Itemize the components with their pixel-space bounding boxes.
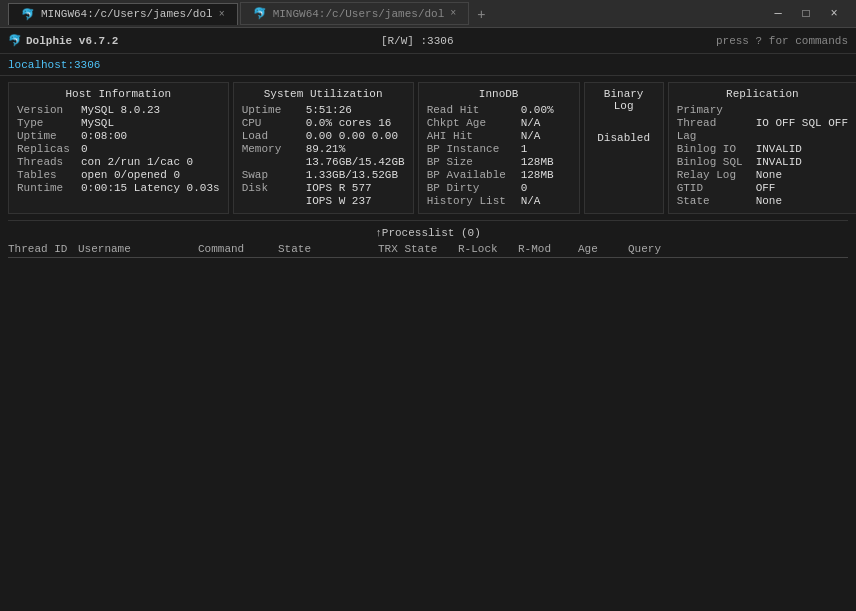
system-util-val: 0.0% cores 16	[306, 117, 392, 129]
innodb-key: BP Dirty	[427, 182, 517, 194]
system-util-key	[242, 156, 302, 168]
system-util-key	[242, 195, 302, 207]
replication-val: None	[756, 195, 782, 207]
host-info-row: Runtime0:00:15 Latency 0.03s	[17, 182, 220, 194]
connection-display: [R/W] :3306	[122, 35, 712, 47]
system-util-key: Load	[242, 130, 302, 142]
tab-2[interactable]: 🐬 MINGW64:/c/Users/james/dol ×	[240, 2, 470, 25]
innodb-val: 0.00%	[521, 104, 571, 116]
tab-1[interactable]: 🐬 MINGW64:/c/Users/james/dol ×	[8, 3, 238, 25]
host-info-key: Runtime	[17, 182, 77, 194]
host-info-row: VersionMySQL 8.0.23	[17, 104, 220, 116]
tab2-icon: 🐬	[253, 7, 267, 20]
replication-key: State	[677, 195, 752, 207]
system-util-val: IOPS W 237	[306, 195, 372, 207]
innodb-val: 128MB	[521, 156, 571, 168]
app-title: Dolphie v6.7.2	[26, 35, 118, 47]
host-info-row: Threadscon 2/run 1/cac 0	[17, 156, 220, 168]
host-info-panel: Host Information VersionMySQL 8.0.23Type…	[8, 82, 229, 214]
tab1-icon: 🐬	[21, 8, 35, 21]
innodb-row: BP Available128MB	[427, 169, 571, 181]
innodb-key: History List	[427, 195, 517, 207]
replication-row: Primary	[677, 104, 848, 116]
system-util-row: CPU0.0% cores 16	[242, 117, 405, 129]
host-info-val: 0:00:15 Latency 0.03s	[81, 182, 220, 194]
menubar: 🐬 Dolphie v6.7.2 [R/W] :3306 press ? for…	[0, 28, 856, 54]
innodb-row: BP Instance1	[427, 143, 571, 155]
minimize-button[interactable]: ─	[764, 0, 792, 28]
system-util-rows: Uptime5:51:26CPU0.0% cores 16Load0.00 0.…	[242, 104, 405, 207]
close-button[interactable]: ×	[820, 0, 848, 28]
binary-log-title: Binary Log	[593, 88, 655, 112]
system-util-key: CPU	[242, 117, 302, 129]
system-util-val: 89.21%	[306, 143, 346, 155]
system-util-val: IOPS R 577	[306, 182, 372, 194]
innodb-row: History ListN/A	[427, 195, 571, 207]
connection-link[interactable]: localhost:3306	[8, 59, 100, 71]
system-util-title: System Utilization	[242, 88, 405, 100]
tab1-close[interactable]: ×	[219, 9, 225, 20]
host-info-val: 0:08:00	[81, 130, 127, 142]
innodb-row: AHI HitN/A	[427, 130, 571, 142]
maximize-button[interactable]: □	[792, 0, 820, 28]
host-info-val: MySQL	[81, 117, 114, 129]
replication-key: Binlog IO	[677, 143, 752, 155]
replication-val: IO OFF SQL OFF	[756, 117, 848, 129]
processlist-header: Thread ID Username Command State TRX Sta…	[8, 243, 848, 258]
host-info-row: Uptime0:08:00	[17, 130, 220, 142]
innodb-val: 0	[521, 182, 571, 194]
host-info-val: MySQL 8.0.23	[81, 104, 160, 116]
host-info-val: open 0/opened 0	[81, 169, 180, 181]
system-util-key: Uptime	[242, 104, 302, 116]
host-info-key: Tables	[17, 169, 77, 181]
col-rmod: R-Mod	[518, 243, 578, 255]
tab2-close[interactable]: ×	[450, 8, 456, 19]
new-tab-button[interactable]: +	[471, 6, 491, 22]
replication-row: Binlog SQLINVALID	[677, 156, 848, 168]
innodb-title: InnoDB	[427, 88, 571, 100]
host-info-key: Replicas	[17, 143, 77, 155]
host-info-val: 0	[81, 143, 88, 155]
host-info-key: Version	[17, 104, 77, 116]
replication-val: INVALID	[756, 156, 802, 168]
system-util-row: Uptime5:51:26	[242, 104, 405, 116]
innodb-key: BP Instance	[427, 143, 517, 155]
system-util-key: Swap	[242, 169, 302, 181]
main-divider	[8, 220, 848, 221]
host-info-key: Threads	[17, 156, 77, 168]
innodb-row: BP Dirty0	[427, 182, 571, 194]
system-util-row: IOPS W 237	[242, 195, 405, 207]
host-info-row: Tablesopen 0/opened 0	[17, 169, 220, 181]
replication-key: Primary	[677, 104, 752, 116]
replication-row: ThreadIO OFF SQL OFF	[677, 117, 848, 129]
replication-val: INVALID	[756, 143, 802, 155]
col-rlock: R-Lock	[458, 243, 518, 255]
innodb-val: N/A	[521, 130, 571, 142]
host-info-row: Replicas0	[17, 143, 220, 155]
titlebar: 🐬 MINGW64:/c/Users/james/dol × 🐬 MINGW64…	[0, 0, 856, 28]
host-info-title: Host Information	[17, 88, 220, 100]
binary-log-val: Disabled	[597, 132, 650, 144]
col-query: Query	[628, 243, 848, 255]
replication-key: Lag	[677, 130, 752, 142]
system-util-val: 1.33GB/13.52GB	[306, 169, 398, 181]
replication-key: Binlog SQL	[677, 156, 752, 168]
replication-row: StateNone	[677, 195, 848, 207]
info-panels: Host Information VersionMySQL 8.0.23Type…	[8, 82, 848, 214]
app-icon: 🐬	[8, 34, 22, 47]
innodb-rows: Read Hit0.00%Chkpt AgeN/AAHI HitN/ABP In…	[427, 104, 571, 207]
innodb-val: N/A	[521, 117, 571, 129]
replication-rows: PrimaryThreadIO OFF SQL OFFLagBinlog IOI…	[677, 104, 848, 207]
innodb-row: Chkpt AgeN/A	[427, 117, 571, 129]
system-util-panel: System Utilization Uptime5:51:26CPU0.0% …	[233, 82, 414, 214]
system-util-row: 13.76GB/15.42GB	[242, 156, 405, 168]
processlist-section: ↑Processlist (0) Thread ID Username Comm…	[8, 227, 848, 258]
innodb-row: Read Hit0.00%	[427, 104, 571, 116]
innodb-key: Read Hit	[427, 104, 517, 116]
host-info-val: con 2/run 1/cac 0	[81, 156, 193, 168]
system-util-key: Memory	[242, 143, 302, 155]
replication-title: Replication	[677, 88, 848, 100]
innodb-val: N/A	[521, 195, 571, 207]
replication-row: Binlog IOINVALID	[677, 143, 848, 155]
system-util-val: 0.00 0.00 0.00	[306, 130, 398, 142]
